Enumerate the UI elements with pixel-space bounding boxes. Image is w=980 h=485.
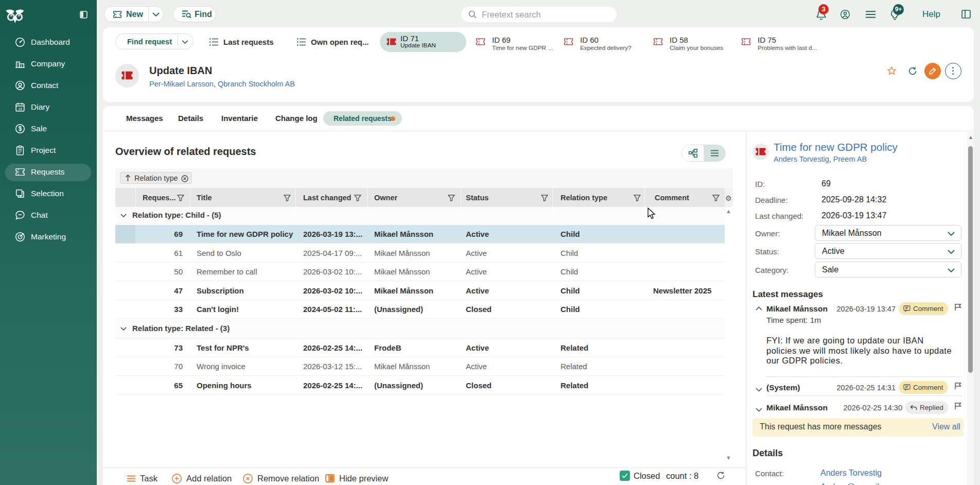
- svg-text:$: $: [19, 125, 22, 132]
- svg-text:19: 19: [18, 107, 22, 111]
